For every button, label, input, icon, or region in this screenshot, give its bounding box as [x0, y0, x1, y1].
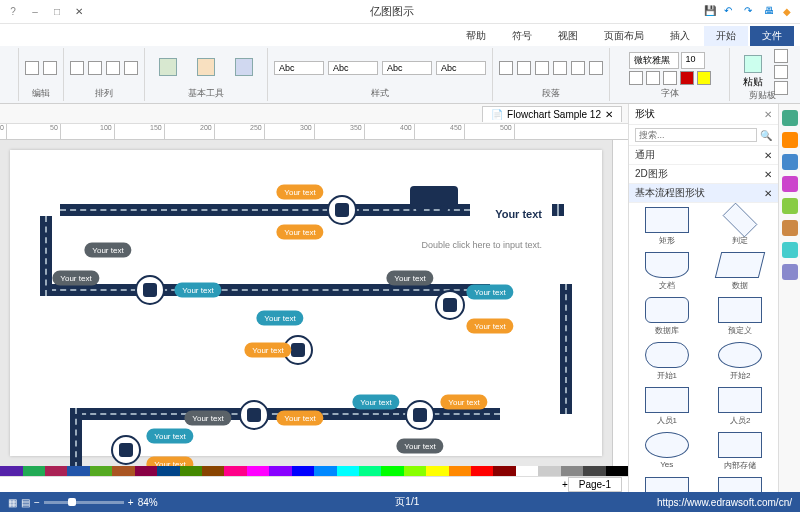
swatch[interactable] — [135, 466, 157, 476]
label-pill-5[interactable]: Your text — [386, 271, 433, 286]
copy-icon[interactable] — [774, 65, 788, 79]
category-2d[interactable]: 2D图形✕ — [629, 165, 778, 184]
style-gallery-3[interactable]: Abc — [382, 61, 432, 75]
connector-tool[interactable] — [227, 58, 261, 78]
swatch[interactable] — [0, 466, 22, 476]
select-tool[interactable] — [151, 58, 185, 78]
shape-7[interactable]: 开始2 — [707, 342, 775, 381]
zoom-in-icon[interactable]: + — [128, 497, 134, 508]
minimize-button[interactable]: – — [26, 4, 44, 20]
swatch[interactable] — [23, 466, 45, 476]
rotate-button[interactable] — [106, 61, 120, 75]
text-tool[interactable] — [189, 58, 223, 78]
swatch[interactable] — [247, 466, 269, 476]
swatch[interactable] — [112, 466, 134, 476]
hand-tool-icon[interactable] — [782, 132, 798, 148]
label-pill-1[interactable]: Your text — [276, 225, 323, 240]
canvas-heading[interactable]: Your text — [495, 208, 542, 220]
label-pill-15[interactable]: Your text — [146, 429, 193, 444]
label-pill-6[interactable]: Your text — [466, 285, 513, 300]
align-right-icon[interactable] — [535, 61, 549, 75]
swatch[interactable] — [583, 466, 605, 476]
swatch[interactable] — [202, 466, 224, 476]
format-painter-icon[interactable] — [774, 81, 788, 95]
swatch[interactable] — [538, 466, 560, 476]
label-pill-3[interactable]: Your text — [84, 243, 131, 258]
node-plane[interactable] — [327, 195, 357, 225]
label-pill-14[interactable]: Your text — [396, 439, 443, 454]
tab-view[interactable]: 视图 — [546, 26, 590, 46]
node-bus[interactable] — [435, 290, 465, 320]
label-pill-9[interactable]: Your text — [244, 343, 291, 358]
align-button[interactable] — [70, 61, 84, 75]
page-tab[interactable]: Page-1 — [568, 477, 622, 492]
search-icon[interactable]: 🔍 — [760, 130, 772, 141]
swatch[interactable] — [516, 466, 538, 476]
label-pill-8[interactable]: Your text — [256, 311, 303, 326]
shape-5[interactable]: 预定义 — [707, 297, 775, 336]
canvas-subheading[interactable]: Double click here to input text. — [421, 240, 542, 250]
tab-symbol[interactable]: 符号 — [500, 26, 544, 46]
shape-tool-icon[interactable] — [782, 154, 798, 170]
node-train[interactable] — [405, 400, 435, 430]
shape-12[interactable]: 卡片 — [633, 477, 701, 492]
shape-4[interactable]: 数据库 — [633, 297, 701, 336]
label-pill-7[interactable]: Your text — [466, 319, 513, 334]
tab-insert[interactable]: 插入 — [658, 26, 702, 46]
text-tool-icon[interactable] — [782, 176, 798, 192]
swatch[interactable] — [67, 466, 89, 476]
swatch[interactable] — [426, 466, 448, 476]
shape-1[interactable]: 判定 — [707, 207, 775, 246]
qat-redo[interactable]: ↷ — [744, 5, 758, 19]
fill-tool-icon[interactable] — [782, 220, 798, 236]
swatch[interactable] — [381, 466, 403, 476]
distribute-button[interactable] — [124, 61, 138, 75]
shape-2[interactable]: 文档 — [633, 252, 701, 291]
cut-icon[interactable] — [774, 49, 788, 63]
font-color-button[interactable] — [680, 71, 694, 85]
swatch[interactable] — [314, 466, 336, 476]
pointer-tool-icon[interactable] — [782, 110, 798, 126]
label-pill-4[interactable]: Your text — [174, 283, 221, 298]
swatch[interactable] — [45, 466, 67, 476]
align-left-icon[interactable] — [499, 61, 513, 75]
align-bot-icon[interactable] — [589, 61, 603, 75]
label-pill-0[interactable]: Your text — [276, 185, 323, 200]
label-pill-2[interactable]: Your text — [52, 271, 99, 286]
swatch[interactable] — [292, 466, 314, 476]
shape-11[interactable]: 内部存储 — [707, 432, 775, 471]
node-coach[interactable] — [239, 400, 269, 430]
paste-button[interactable]: 粘贴 — [736, 55, 770, 89]
style-gallery-4[interactable]: Abc — [436, 61, 486, 75]
align-mid-icon[interactable] — [571, 61, 585, 75]
shape-3[interactable]: 数据 — [707, 252, 775, 291]
swatch[interactable] — [337, 466, 359, 476]
swatch[interactable] — [224, 466, 246, 476]
swatch[interactable] — [359, 466, 381, 476]
highlight-button[interactable] — [697, 71, 711, 85]
label-pill-13[interactable]: Your text — [440, 395, 487, 410]
chat-icon[interactable] — [782, 264, 798, 280]
align-center-icon[interactable] — [517, 61, 531, 75]
font-family-select[interactable]: 微软雅黑 — [629, 52, 679, 69]
find-button[interactable] — [25, 61, 39, 75]
shape-6[interactable]: 开始1 — [633, 342, 701, 381]
swatch[interactable] — [404, 466, 426, 476]
label-pill-16[interactable]: Your text — [146, 457, 193, 467]
shape-8[interactable]: 人员1 — [633, 387, 701, 426]
layer-button[interactable] — [43, 61, 57, 75]
underline-button[interactable] — [663, 71, 677, 85]
shape-13[interactable]: 手动输入 — [707, 477, 775, 492]
label-pill-10[interactable]: Your text — [184, 411, 231, 426]
help-icon[interactable]: ? — [4, 4, 22, 20]
swatch[interactable] — [606, 466, 628, 476]
canvas-page[interactable]: Your text Double click here to input tex… — [10, 150, 602, 456]
font-size-select[interactable]: 10 — [681, 52, 705, 69]
shape-search-input[interactable] — [635, 128, 757, 142]
zoom-slider[interactable] — [44, 501, 124, 504]
shape-10[interactable]: Yes — [633, 432, 701, 471]
panel-close-icon[interactable]: ✕ — [764, 109, 772, 120]
label-pill-12[interactable]: Your text — [352, 395, 399, 410]
drop-tool-icon[interactable] — [782, 242, 798, 258]
tab-home[interactable]: 开始 — [704, 26, 748, 46]
